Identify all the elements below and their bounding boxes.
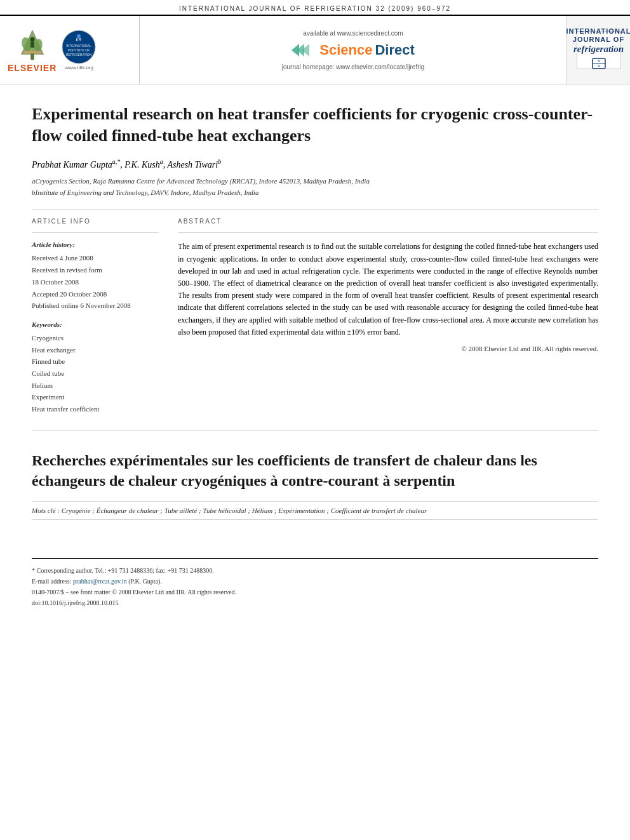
svg-rect-7 — [30, 42, 34, 48]
french-section: Recherches expérimentales sur les coeffi… — [32, 450, 598, 521]
author1: Prabhat Kumar Gupta — [32, 159, 112, 169]
footnote-corresponding: * Corresponding author. Tel.: +91 731 24… — [32, 565, 598, 576]
footnote-doi: doi:10.1016/j.ijrefrig.2008.10.015 — [32, 597, 598, 608]
svg-point-20 — [598, 65, 600, 67]
abstract-column: ABSTRACT The aim of present experimental… — [178, 218, 598, 415]
affiliations: aCryogenics Section, Raja Ramanna Centre… — [32, 176, 598, 198]
keyword-5: Helium — [32, 380, 159, 392]
svg-text:INSTITUTE OF: INSTITUTE OF — [68, 48, 90, 52]
journal-header: International Journal of Refrigeration 3… — [0, 0, 630, 15]
history-published: Published online 6 November 2008 — [32, 300, 159, 312]
svg-point-6 — [30, 37, 34, 42]
svg-point-19 — [598, 60, 600, 62]
divider-abstract — [178, 232, 598, 233]
affiliation-b: bInstitute of Engineering and Technology… — [32, 187, 598, 199]
abstract-header: ABSTRACT — [178, 218, 598, 225]
footnote-issn: 0140-7007/$ – see front matter © 2008 El… — [32, 587, 598, 597]
footer-notes: * Corresponding author. Tel.: +91 731 24… — [32, 558, 598, 608]
svg-point-13 — [77, 34, 81, 38]
affiliation-a: aCryogenics Section, Raja Ramanna Centre… — [32, 176, 598, 187]
publisher-logos: ELSEVIER IIR INTERNATIONAL INSTITUTE OF … — [0, 16, 140, 84]
elsevier-tree-icon — [13, 27, 51, 62]
article-info-column: ARTICLE INFO Article history: Received 4… — [32, 218, 159, 415]
main-content: Experimental research on heat transfer c… — [0, 84, 630, 621]
authors-line: Prabhat Kumar Guptaa,*, P.K. Kusha, Ashe… — [32, 158, 598, 170]
article-history-label: Article history: — [32, 241, 159, 248]
abstract-text: The aim of present experimental research… — [178, 241, 598, 338]
svg-text:REFRIGERATION: REFRIGERATION — [66, 53, 92, 57]
elsevier-logo: ELSEVIER — [8, 27, 57, 73]
iifiir-logo: IIR INTERNATIONAL INSTITUTE OF REFRIGERA… — [62, 30, 97, 70]
divider-info — [32, 232, 159, 233]
iifiir-badge-icon: IIR INTERNATIONAL INSTITUTE OF REFRIGERA… — [62, 30, 97, 65]
keyword-2: Heat exchanger — [32, 344, 159, 356]
refrig-icon — [589, 57, 608, 70]
footnote-email: prabhat@rrcat.gov.in — [73, 578, 127, 585]
iifiir-url: www.iifiir.org — [65, 65, 93, 70]
keywords-label: Keywords: — [32, 321, 159, 328]
author2: P.K. Kush — [124, 159, 159, 169]
divider-1 — [32, 210, 598, 210]
sciencedirect-logo: Science Direct — [292, 41, 415, 60]
article-info-header: ARTICLE INFO — [32, 218, 159, 225]
refrig-logo-box: INTERNATIONALJOURNAL OF refrigeration — [577, 31, 621, 69]
keyword-7: Heat transfer coefficient — [32, 403, 159, 415]
journal-homepage: journal homepage: www.elsevier.com/locat… — [282, 63, 425, 70]
svg-text:INTERNATIONAL: INTERNATIONAL — [66, 44, 91, 48]
french-keywords: Mots clé : Cryogénie ; Échangeur de chal… — [32, 501, 598, 520]
keyword-1: Cryogenics — [32, 332, 159, 344]
article-body: ARTICLE INFO Article history: Received 4… — [32, 218, 598, 415]
history-accepted: Accepted 20 October 2008 — [32, 288, 159, 300]
svg-rect-5 — [23, 51, 41, 54]
history-revised-label: Received in revised form — [32, 264, 159, 276]
elsevier-text: ELSEVIER — [8, 63, 57, 73]
journal-cover: INTERNATIONALJOURNAL OF refrigeration — [566, 16, 630, 84]
divider-2 — [32, 430, 598, 431]
svg-text:IIR: IIR — [76, 37, 82, 42]
article-title: Experimental research on heat transfer c… — [32, 103, 598, 147]
footnote-email-label: E-mail address: — [32, 578, 73, 585]
copyright: © 2008 Elsevier Ltd and IIR. All rights … — [178, 345, 598, 352]
footnote-email-line: E-mail address: prabhat@rrcat.gov.in (P.… — [32, 576, 598, 587]
keyword-3: Finned tube — [32, 356, 159, 368]
history-revised-date: 18 October 2008 — [32, 276, 159, 288]
sciencedirect-info: available at www.sciencedirect.com Scien… — [140, 16, 566, 84]
science-text: Science — [319, 42, 372, 58]
direct-text: Direct — [375, 42, 414, 58]
available-text: available at www.sciencedirect.com — [303, 30, 403, 37]
author3: Ashesh Tiwari — [167, 159, 218, 169]
history-received: Received 4 June 2008 — [32, 252, 159, 264]
footnote-email-suffix: (P.K. Gupta). — [127, 578, 162, 585]
keyword-4: Coiled tube — [32, 368, 159, 380]
sd-arrows-icon — [292, 41, 317, 60]
top-banner: ELSEVIER IIR INTERNATIONAL INSTITUTE OF … — [0, 15, 630, 84]
french-title: Recherches expérimentales sur les coeffi… — [32, 450, 598, 491]
keyword-6: Experiment — [32, 391, 159, 403]
